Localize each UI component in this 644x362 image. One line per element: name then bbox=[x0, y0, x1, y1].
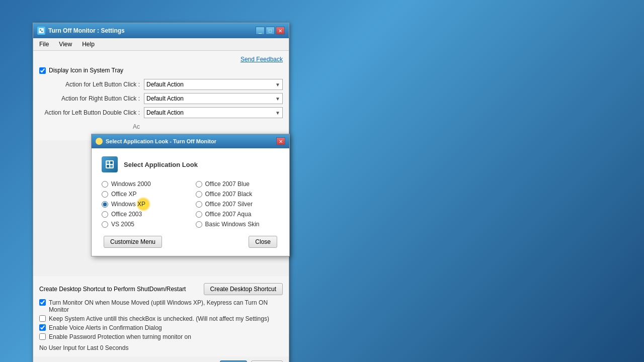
right-button-label: Action for Right Button Click : bbox=[39, 95, 140, 102]
menu-view[interactable]: View bbox=[55, 39, 76, 49]
svg-rect-5 bbox=[107, 161, 109, 164]
maximize-button[interactable]: □ bbox=[266, 27, 275, 35]
radio-vs2005[interactable]: VS 2005 bbox=[102, 221, 186, 228]
partial-label-1: Ac bbox=[39, 123, 140, 130]
right-button-dropdown[interactable]: Default Action ▼ bbox=[144, 93, 283, 104]
radio-windowsxp[interactable]: Windows XP bbox=[102, 201, 186, 208]
svg-point-3 bbox=[97, 139, 101, 143]
dialog-title-text: Select Application Look - Turn Off Monit… bbox=[106, 138, 216, 144]
bottom-section: Create Desktop Shortcut to Perform ShutD… bbox=[33, 276, 289, 356]
radio-windows2000[interactable]: Windows 2000 bbox=[102, 180, 186, 188]
dialog-content: Select Application Look Windows 2000 Off… bbox=[92, 148, 289, 256]
main-window-title: Turn Off Monitor : Settings bbox=[48, 27, 125, 34]
select-look-dialog: Select Application Look - Turn Off Monit… bbox=[91, 134, 290, 256]
left-button-row: Action for Left Button Click : Default A… bbox=[39, 79, 283, 90]
close-button[interactable]: ✕ bbox=[276, 27, 285, 35]
save-cancel-row: Save Cancel bbox=[33, 356, 289, 362]
chevron-down-icon: ▼ bbox=[275, 82, 280, 87]
shortcut-row: Create Desktop Shortcut to Perform ShutD… bbox=[39, 283, 283, 295]
app-icon bbox=[37, 27, 45, 35]
main-title-bar: Turn Off Monitor : Settings _ □ ✕ bbox=[33, 23, 289, 38]
dialog-close-button[interactable]: ✕ bbox=[276, 137, 285, 145]
turn-monitor-checkbox[interactable] bbox=[39, 299, 46, 306]
password-protection-checkbox[interactable] bbox=[39, 333, 46, 340]
partial-row-1: Ac bbox=[39, 121, 283, 132]
menu-file[interactable]: File bbox=[35, 39, 53, 49]
radio-office2003[interactable]: Office 2003 bbox=[102, 211, 186, 218]
checkbox-row-1: Turn Monitor ON when Mouse Moved (uptill… bbox=[39, 299, 283, 313]
radio-office2007blue[interactable]: Office 2007 Blue bbox=[196, 180, 280, 188]
dialog-title-icon bbox=[96, 138, 103, 145]
display-icon-checkbox[interactable] bbox=[39, 67, 46, 74]
dialog-header-title: Select Application Look bbox=[124, 161, 198, 168]
create-shortcut-button[interactable]: Create Desktop Shortcut bbox=[204, 283, 283, 295]
checkbox-row-3: Enable Voice Alerts in Confirmation Dial… bbox=[39, 324, 283, 331]
dialog-header-icon bbox=[102, 156, 118, 172]
display-icon-label: Display Icon in System Tray bbox=[49, 67, 123, 74]
double-click-label: Action for Left Button Double Click : bbox=[39, 109, 140, 116]
chevron-down-icon-2: ▼ bbox=[275, 96, 280, 102]
dialog-title-bar: Select Application Look - Turn Off Monit… bbox=[92, 134, 289, 148]
radio-office2007aqua[interactable]: Office 2007 Aqua bbox=[196, 211, 280, 218]
chevron-down-icon-3: ▼ bbox=[275, 110, 280, 116]
menu-help[interactable]: Help bbox=[78, 39, 99, 49]
checkbox-row-2: Keep System Active untill this checkBox … bbox=[39, 315, 283, 322]
svg-rect-2 bbox=[41, 31, 43, 32]
svg-rect-1 bbox=[40, 29, 41, 31]
radio-grid: Windows 2000 Office 2007 Blue Office XP … bbox=[102, 180, 279, 228]
radio-office2007silver[interactable]: Office 2007 Silver bbox=[196, 201, 280, 208]
minimize-button[interactable]: _ bbox=[256, 27, 265, 35]
dialog-footer: Customize Menu Close bbox=[102, 236, 279, 248]
radio-officexp[interactable]: Office XP bbox=[102, 191, 186, 198]
double-click-row: Action for Left Button Double Click : De… bbox=[39, 107, 283, 118]
right-button-row: Action for Right Button Click : Default … bbox=[39, 93, 283, 104]
main-content: Send Feedback Display Icon in System Tra… bbox=[33, 51, 289, 140]
left-button-label: Action for Left Button Click : bbox=[39, 81, 140, 88]
svg-rect-8 bbox=[110, 165, 113, 167]
svg-rect-6 bbox=[110, 161, 113, 164]
voice-alerts-checkbox[interactable] bbox=[39, 324, 46, 331]
send-feedback-link[interactable]: Send Feedback bbox=[39, 56, 283, 63]
no-user-input: No User Input for Last 0 Seconds bbox=[39, 342, 283, 353]
checkbox-row-4: Enable Password Protection when turning … bbox=[39, 333, 283, 340]
dialog-close-action-button[interactable]: Close bbox=[249, 236, 277, 248]
customize-menu-button[interactable]: Customize Menu bbox=[104, 236, 162, 248]
radio-basicwindows[interactable]: Basic Windows Skin bbox=[196, 221, 280, 228]
radio-office2007black[interactable]: Office 2007 Black bbox=[196, 191, 280, 198]
keep-active-checkbox[interactable] bbox=[39, 315, 46, 322]
display-icon-row: Display Icon in System Tray bbox=[39, 67, 283, 74]
svg-rect-7 bbox=[107, 165, 109, 167]
menu-bar: File View Help bbox=[33, 38, 289, 51]
shortcut-label: Create Desktop Shortcut to Perform ShutD… bbox=[39, 286, 186, 293]
main-window: Turn Off Monitor : Settings _ □ ✕ File V… bbox=[33, 23, 289, 362]
double-click-dropdown[interactable]: Default Action ▼ bbox=[144, 107, 283, 118]
left-button-dropdown[interactable]: Default Action ▼ bbox=[144, 79, 283, 90]
